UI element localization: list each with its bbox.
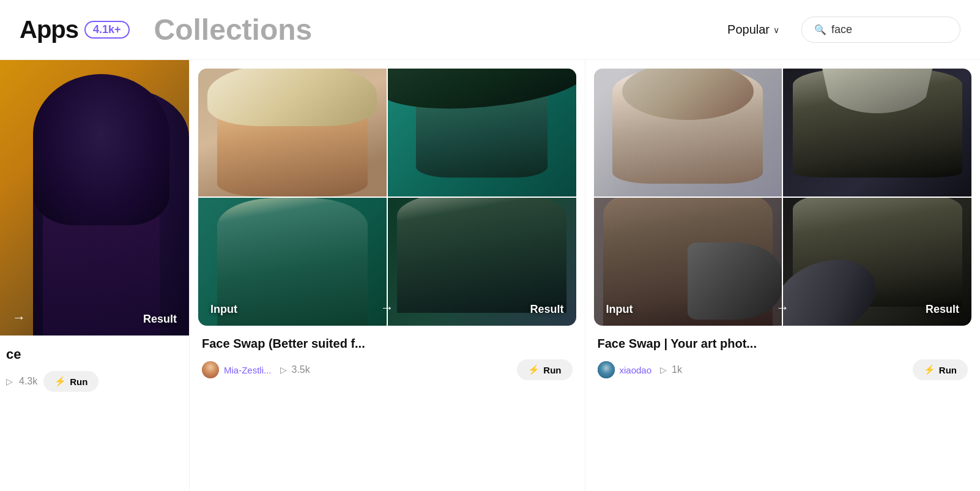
result-label-3: Result bbox=[926, 303, 959, 316]
card-2-name: Face Swap (Better suited f... bbox=[202, 337, 573, 351]
card-2-image: Input → Result bbox=[198, 69, 576, 326]
author-avatar-3 bbox=[598, 361, 615, 378]
card-3-info: Face Swap | Your art phot... xiaodao ▷ 1… bbox=[585, 326, 981, 391]
card-3-name: Face Swap | Your art phot... bbox=[598, 337, 968, 351]
card-3[interactable]: Input → Result Face Swap | Your art phot… bbox=[585, 60, 981, 490]
arrow-1: → bbox=[12, 310, 26, 326]
card-2[interactable]: Input → Result Face Swap (Better suited … bbox=[190, 60, 585, 490]
input-label-3: Input bbox=[606, 303, 633, 316]
run-count-3: 1k bbox=[672, 364, 682, 375]
card-1[interactable]: Result → ce ▷ 4.3k ⚡ Run bbox=[0, 60, 190, 490]
run-icon-3: ⚡ bbox=[924, 364, 935, 375]
search-input[interactable] bbox=[831, 23, 948, 36]
apps-title: Apps bbox=[20, 16, 78, 43]
sort-dropdown[interactable]: Popular ∨ bbox=[718, 18, 789, 42]
chevron-down-icon: ∨ bbox=[773, 25, 779, 35]
play-icon-2: ▷ bbox=[280, 365, 287, 375]
card-2-info: Face Swap (Better suited f... Mia-Zestli… bbox=[190, 326, 585, 391]
card-3-meta: xiaodao ▷ 1k ⚡ Run bbox=[598, 359, 968, 380]
run-button-3[interactable]: ⚡ Run bbox=[913, 359, 968, 380]
search-icon: 🔍 bbox=[814, 24, 826, 36]
card-3-image: Input → Result bbox=[594, 69, 972, 326]
run-button-1[interactable]: ⚡ Run bbox=[43, 371, 98, 392]
card-2-meta: Mia-Zestli... ▷ 3.5k ⚡ Run bbox=[202, 359, 573, 380]
sort-label: Popular bbox=[727, 23, 770, 37]
result-label-2: Result bbox=[530, 303, 563, 316]
run-icon-2: ⚡ bbox=[528, 364, 540, 375]
apps-badge: 4.1k+ bbox=[84, 21, 130, 39]
input-label-2: Input bbox=[210, 303, 237, 316]
play-icon-1: ▷ bbox=[6, 377, 13, 386]
card-1-name: ce bbox=[6, 347, 177, 362]
run-button-2[interactable]: ⚡ Run bbox=[517, 359, 572, 380]
top-header: Apps 4.1k+ Collections Popular ∨ 🔍 bbox=[0, 0, 980, 60]
author-name-3[interactable]: xiaodao bbox=[620, 365, 652, 375]
arrow-2: → bbox=[380, 300, 394, 316]
result-label-1: Result bbox=[143, 313, 177, 326]
author-name-2[interactable]: Mia-Zestli... bbox=[224, 365, 272, 375]
run-icon-1: ⚡ bbox=[54, 376, 66, 387]
run-count-2: 3.5k bbox=[292, 364, 310, 375]
card-1-meta: ▷ 4.3k ⚡ Run bbox=[6, 371, 177, 392]
cards-container: Result → ce ▷ 4.3k ⚡ Run bbox=[0, 60, 980, 490]
collections-title: Collections bbox=[154, 13, 706, 47]
apps-section: Apps 4.1k+ bbox=[20, 16, 130, 43]
card-1-info: ce ▷ 4.3k ⚡ Run bbox=[0, 335, 189, 403]
run-count-1: 4.3k bbox=[19, 376, 37, 387]
play-icon-3: ▷ bbox=[660, 365, 667, 375]
arrow-3: → bbox=[776, 300, 789, 316]
author-avatar-2 bbox=[202, 361, 219, 378]
search-box: 🔍 bbox=[801, 17, 960, 43]
